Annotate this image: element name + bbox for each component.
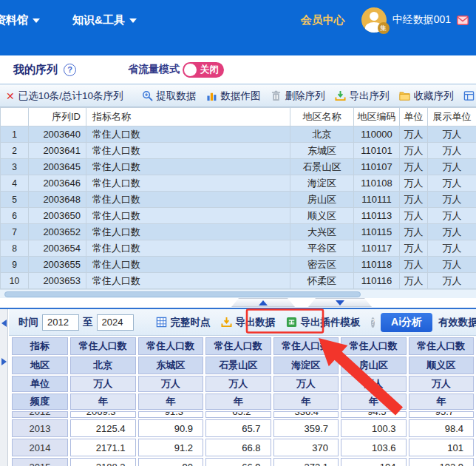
- table-row[interactable]: 62003650常住人口数顺义区110113万人万人: [1, 208, 476, 224]
- menu-knowledge-tools[interactable]: 知识&工具: [72, 13, 137, 27]
- export-plugin-template-label: 导出插件模板: [301, 316, 361, 329]
- series-id-header: 序列ID: [29, 108, 86, 126]
- close-icon: ✕: [6, 90, 15, 102]
- indicator-name-cell: 常住人口数: [86, 143, 290, 159]
- export-plugin-template-button[interactable]: 导出插件模板: [286, 316, 361, 329]
- preview-unit-cell: 万人: [138, 376, 204, 392]
- clear-selection-button[interactable]: ✕ 已选10条/总计10条序列: [6, 90, 123, 103]
- table-row[interactable]: 72003652常住人口数大兴区110115万人万人: [1, 224, 476, 240]
- display-unit-cell: 万人: [428, 208, 476, 224]
- preview-meta-row: 指标常住人口数常住人口数常住人口数常住人口数常住人口数常住人口数: [12, 337, 474, 355]
- value-cell: 2188.3: [70, 458, 136, 466]
- time-from-input[interactable]: [42, 314, 79, 331]
- unit-cell: 万人: [400, 273, 428, 289]
- help-icon[interactable]: ?: [64, 64, 76, 76]
- preview-row-label: 单位: [12, 376, 68, 392]
- export-series-button[interactable]: 导出序列: [335, 90, 390, 103]
- table-row[interactable]: 12003640常住人口数北京110000万人万人: [1, 126, 476, 143]
- toggle-state-label: 关闭: [200, 64, 219, 76]
- mail-icon[interactable]: [457, 16, 469, 25]
- row-index: 4: [1, 175, 29, 192]
- value-cell: 2069.3: [70, 411, 136, 418]
- preview-indicator-cell: 常住人口数: [138, 337, 204, 355]
- scrollbar-thumb[interactable]: [4, 291, 361, 297]
- region-name-cell: 密云区: [290, 257, 354, 273]
- region-name-cell: 房山区: [290, 192, 354, 208]
- export-series-label: 导出序列: [350, 90, 390, 103]
- menu-knowledge-tools-label: 知识&工具: [72, 13, 125, 27]
- region-name-cell: 怀柔区: [290, 273, 354, 289]
- expand-right-icon: [1, 358, 7, 365]
- traffic-mode-toggle[interactable]: 关闭: [183, 62, 224, 78]
- indicator-name-cell: 常住人口数: [86, 208, 290, 224]
- plot-data-button[interactable]: 数据作图: [206, 90, 261, 103]
- full-timepoints-button[interactable]: 完整时点: [156, 316, 211, 329]
- chevron-down-icon: [33, 18, 40, 23]
- region-code-cell: 110113: [354, 208, 400, 224]
- collapse-down-button[interactable]: [308, 298, 372, 307]
- expand-up-button[interactable]: [231, 298, 295, 307]
- preview-controls: 时间 至 完整时点 导出数据: [9, 309, 476, 336]
- row-index: 7: [1, 224, 29, 240]
- table-row[interactable]: 22003641常住人口数东城区110101万人万人: [1, 143, 476, 159]
- value-cell: 66.8: [205, 439, 271, 456]
- display-unit-cell: 万人: [428, 257, 476, 273]
- preview-region-cell: 顺义区: [409, 357, 475, 374]
- preview-freq-cell: 年: [205, 394, 271, 410]
- unit-cell: 万人: [400, 240, 428, 257]
- preview-freq-cell: 年: [70, 394, 136, 410]
- unit-convert-button[interactable]: 单位: [463, 90, 476, 103]
- table-row[interactable]: 52003648常住人口数房山区110111万人万人: [1, 192, 476, 208]
- row-index: 6: [1, 208, 29, 224]
- favorite-series-label: 收藏序列: [414, 90, 454, 103]
- value-cell: 336.4: [273, 411, 339, 418]
- year-label-cell: 2013: [12, 419, 68, 437]
- favorite-series-button[interactable]: 收藏序列: [399, 90, 454, 103]
- table-row[interactable]: 42003646常住人口数海淀区110108万人万人: [1, 175, 476, 192]
- unit-table-icon: [463, 90, 475, 101]
- side-collapse-strip[interactable]: [0, 309, 8, 466]
- preview-unit-cell: 万人: [70, 376, 136, 392]
- data-preview-panel: 时间 至 完整时点 导出数据: [0, 308, 476, 466]
- table-row[interactable]: 32003645常住人口数石景山区110107万人万人: [1, 159, 476, 175]
- year-label-cell: 2015: [12, 458, 68, 466]
- avatar[interactable]: 集: [361, 7, 387, 33]
- region-name-cell: 大兴区: [290, 224, 354, 240]
- preview-unit-cell: 万人: [409, 376, 475, 392]
- series-table-header: 序列ID指标名称地区名称地区编码单位展示单位: [1, 108, 476, 126]
- table-row[interactable]: 82003654常住人口数平谷区110117万人万人: [1, 240, 476, 257]
- region-code-cell: 110115: [354, 224, 400, 240]
- value-cell: 103.6: [341, 439, 407, 456]
- extract-data-button[interactable]: 提取数据: [142, 90, 197, 103]
- member-center-link[interactable]: 会员中心: [301, 13, 345, 27]
- help-icon[interactable]: ?: [371, 317, 375, 328]
- panel-splitter: [0, 298, 476, 308]
- export-data-button[interactable]: 导出数据: [221, 316, 276, 329]
- table-row[interactable]: 102003653常住人口数怀柔区110116万人万人: [1, 273, 476, 289]
- preview-indicator-cell: 常住人口数: [70, 337, 136, 355]
- menu-archives[interactable]: 资料馆: [0, 13, 40, 27]
- series-id-cell: 2003650: [29, 208, 86, 224]
- plot-data-label: 数据作图: [221, 90, 261, 103]
- indicator-name-cell: 常住人口数: [86, 126, 290, 143]
- selection-count-label: 已选10条/总计10条序列: [18, 90, 123, 103]
- preview-year-row: 20122069.391.365.2336.494.595.7: [12, 411, 474, 418]
- region-name-cell: 东城区: [290, 143, 354, 159]
- avatar-badge: 集: [378, 22, 390, 34]
- value-cell: 102.9: [409, 458, 475, 466]
- horizontal-scrollbar[interactable]: [0, 289, 476, 298]
- ai-analysis-button[interactable]: Ai分析: [381, 313, 432, 332]
- value-cell: 104: [341, 458, 407, 466]
- delete-series-button[interactable]: 删除序列: [271, 90, 325, 103]
- value-cell: 2171.1: [70, 439, 136, 456]
- indicator-name-header: 指标名称: [86, 108, 290, 126]
- series-id-cell: 2003655: [29, 257, 86, 273]
- indicator-name-cell: 常住人口数: [86, 192, 290, 208]
- series-toolbar: ✕ 已选10条/总计10条序列 提取数据 数据作图 删除序列: [0, 84, 476, 107]
- grid-table-icon: [156, 317, 167, 328]
- value-cell: 66.9: [205, 458, 271, 466]
- table-row[interactable]: 92003655常住人口数密云区110118万人万人: [1, 257, 476, 273]
- time-to-input[interactable]: [97, 314, 134, 331]
- preview-table: 指标常住人口数常住人口数常住人口数常住人口数常住人口数常住人口数地区北京东城区石…: [10, 336, 476, 466]
- row-index: 5: [1, 192, 29, 208]
